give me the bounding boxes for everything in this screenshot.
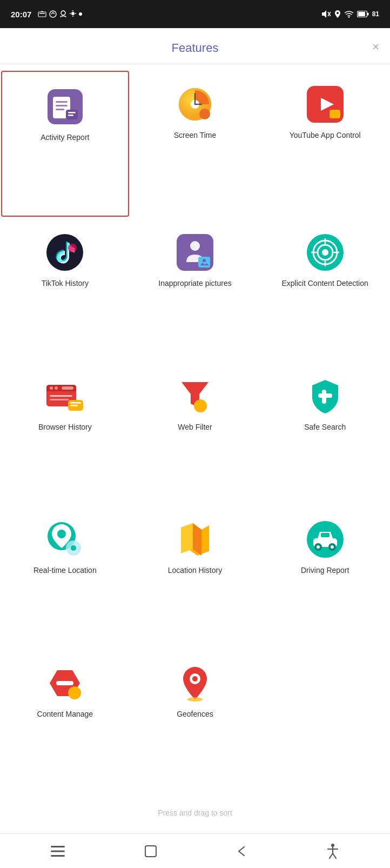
feature-realtime-location[interactable]: Real-time Location	[0, 505, 130, 649]
svg-point-63	[57, 530, 66, 538]
feature-driving[interactable]: Driving Report	[260, 505, 390, 649]
geofences-icon	[176, 664, 214, 703]
tiktok-icon	[45, 233, 84, 272]
feature-content-manage[interactable]: Content Manage	[0, 649, 130, 792]
explicit-icon	[306, 233, 345, 272]
status-right-area: 81	[321, 10, 379, 18]
browser-icon	[45, 377, 84, 416]
svg-point-3	[50, 11, 56, 17]
inappropriate-label: Inappropriate pictures	[158, 278, 231, 288]
svg-point-43	[322, 249, 328, 256]
drag-hint-text: Press and drag to sort	[158, 809, 232, 817]
svg-rect-15	[358, 12, 365, 16]
back-icon	[237, 845, 246, 857]
status-bar: 20:07 81	[0, 0, 390, 28]
battery-icon	[357, 11, 369, 17]
svg-rect-57	[70, 402, 81, 404]
svg-rect-54	[50, 395, 72, 397]
svg-rect-24	[68, 115, 73, 116]
svg-point-12	[337, 12, 339, 14]
svg-marker-1	[41, 11, 44, 12]
feature-browser[interactable]: Browser History	[0, 362, 130, 505]
svg-point-52	[55, 386, 58, 390]
safe-search-label: Safe Search	[304, 422, 346, 432]
screen-time-icon	[176, 85, 214, 124]
feature-safe-search[interactable]: Safe Search	[260, 362, 390, 505]
svg-point-51	[50, 386, 53, 390]
svg-point-80	[187, 697, 203, 702]
svg-rect-0	[38, 12, 46, 17]
driving-label: Driving Report	[301, 565, 349, 575]
home-button[interactable]	[140, 841, 161, 862]
close-button[interactable]: ×	[372, 41, 379, 53]
dot-indicator	[79, 12, 82, 16]
driving-icon	[306, 520, 345, 559]
svg-rect-84	[145, 846, 156, 857]
web-filter-label: Web Filter	[178, 422, 212, 432]
svg-rect-2	[39, 13, 45, 14]
hamburger-icon	[51, 846, 65, 857]
svg-rect-21	[56, 109, 64, 110]
svg-rect-19	[56, 101, 68, 103]
notif-icons	[38, 10, 82, 18]
inappropriate-icon	[176, 233, 214, 272]
wifi-icon	[344, 10, 354, 18]
svg-point-79	[192, 676, 198, 682]
svg-rect-76	[56, 681, 73, 685]
svg-point-35	[68, 244, 77, 252]
feature-tiktok[interactable]: TikTok History	[0, 218, 130, 362]
feature-location-history[interactable]: Location History	[130, 505, 260, 649]
svg-point-5	[71, 12, 75, 15]
realtime-location-icon	[45, 520, 84, 559]
feature-inappropriate[interactable]: Inappropriate pictures	[130, 218, 260, 362]
content-manage-icon	[45, 664, 84, 703]
svg-rect-82	[51, 850, 65, 852]
feature-activity-report[interactable]: Activity Report	[1, 71, 129, 217]
feature-explicit[interactable]: Explicit Content Detection	[260, 218, 390, 362]
explicit-label: Explicit Content Detection	[282, 278, 368, 288]
status-time-area: 20:07	[11, 10, 82, 19]
tiktok-label: TikTok History	[42, 278, 89, 288]
svg-point-65	[71, 545, 76, 551]
mute-icon	[321, 10, 331, 18]
svg-point-77	[68, 686, 81, 699]
menu-button[interactable]	[46, 842, 69, 861]
main-content: Features × Activity Report	[0, 28, 390, 833]
content-manage-label: Content Manage	[37, 709, 93, 719]
location-icon	[334, 10, 341, 18]
back-button[interactable]	[232, 841, 251, 862]
feature-web-filter[interactable]: Web Filter	[130, 362, 260, 505]
svg-marker-68	[181, 523, 193, 553]
square-icon	[145, 845, 157, 857]
svg-rect-83	[51, 855, 65, 857]
activity-report-label: Activity Report	[41, 132, 89, 142]
svg-rect-20	[56, 105, 68, 106]
realtime-label: Real-time Location	[33, 565, 97, 575]
svg-rect-33	[330, 110, 340, 118]
feature-youtube[interactable]: YouTube App Control	[260, 70, 390, 218]
svg-rect-55	[50, 399, 69, 400]
accessibility-button[interactable]	[322, 839, 344, 863]
svg-rect-58	[70, 405, 78, 406]
svg-rect-61	[318, 393, 332, 398]
feature-geofences[interactable]: Geofences	[130, 649, 260, 792]
accessibility-icon	[326, 844, 339, 859]
feature-screen-time[interactable]: Screen Time	[130, 70, 260, 218]
svg-point-73	[317, 545, 320, 549]
youtube-icon	[306, 85, 345, 124]
svg-point-37	[190, 241, 200, 251]
web-filter-icon	[176, 377, 214, 416]
svg-point-59	[194, 399, 207, 412]
svg-point-4	[61, 11, 65, 15]
svg-point-74	[331, 545, 334, 549]
svg-point-13	[348, 17, 349, 18]
svg-rect-81	[51, 846, 65, 847]
features-grid: Activity Report	[0, 64, 390, 798]
location-history-label: Location History	[168, 565, 222, 575]
svg-point-30	[199, 109, 210, 119]
bottom-nav	[0, 833, 390, 868]
svg-line-88	[330, 853, 333, 858]
svg-rect-75	[321, 533, 330, 537]
location-history-icon	[176, 520, 214, 559]
svg-rect-23	[68, 112, 76, 113]
